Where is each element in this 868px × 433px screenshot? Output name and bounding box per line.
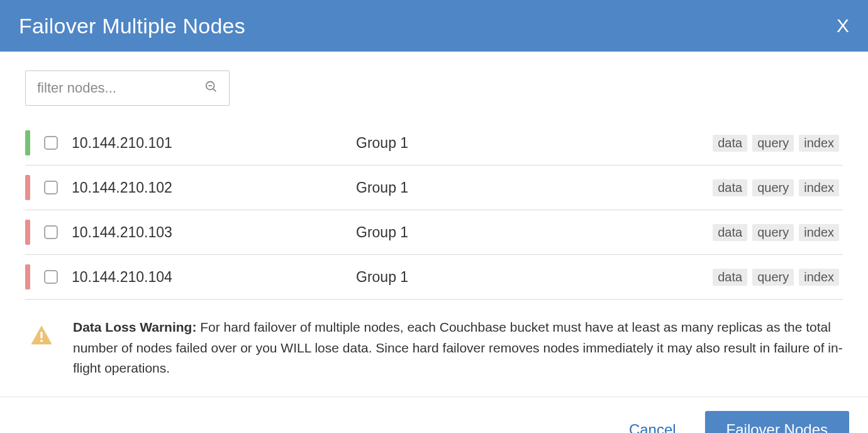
failover-dialog: Failover Multiple Nodes X 10.144.210.101…: [0, 0, 868, 433]
svg-rect-3: [40, 332, 42, 338]
service-tag: data: [713, 179, 747, 196]
node-select-checkbox[interactable]: [44, 181, 58, 194]
failover-nodes-button[interactable]: Failover Nodes: [705, 411, 849, 433]
node-group: Group 1: [356, 135, 699, 152]
dialog-title: Failover Multiple Nodes: [19, 14, 245, 38]
service-tag: index: [799, 224, 839, 241]
node-services: dataqueryindex: [713, 224, 839, 241]
dialog-footer: Cancel Failover Nodes: [0, 396, 868, 433]
node-status-indicator: [25, 175, 30, 200]
filter-nodes-input[interactable]: [25, 70, 230, 106]
node-name: 10.144.210.103: [72, 224, 342, 241]
dialog-header: Failover Multiple Nodes X: [0, 0, 868, 52]
node-services: dataqueryindex: [713, 179, 839, 196]
node-status-indicator: [25, 130, 30, 155]
node-name: 10.144.210.104: [72, 269, 342, 286]
search-icon: [204, 80, 218, 96]
node-status-indicator: [25, 220, 30, 245]
svg-line-1: [213, 89, 216, 92]
data-loss-warning: Data Loss Warning: For hard failover of …: [25, 300, 843, 384]
service-tag: data: [713, 135, 747, 152]
node-list: 10.144.210.101Group 1dataqueryindex10.14…: [25, 121, 843, 300]
warning-heading: Data Loss Warning:: [73, 320, 196, 334]
node-name: 10.144.210.101: [72, 135, 342, 152]
service-tag: query: [752, 224, 794, 241]
service-tag: query: [752, 269, 794, 286]
node-services: dataqueryindex: [713, 269, 839, 286]
service-tag: query: [752, 179, 794, 196]
service-tag: index: [799, 179, 839, 196]
service-tag: query: [752, 135, 794, 152]
node-row: 10.144.210.101Group 1dataqueryindex: [25, 121, 843, 166]
service-tag: index: [799, 269, 839, 286]
dialog-body: 10.144.210.101Group 1dataqueryindex10.14…: [0, 52, 868, 396]
node-select-checkbox[interactable]: [44, 225, 58, 239]
node-status-indicator: [25, 264, 30, 290]
node-group: Group 1: [356, 179, 699, 196]
node-row: 10.144.210.102Group 1dataqueryindex: [25, 166, 843, 210]
warning-text: Data Loss Warning: For hard failover of …: [73, 317, 843, 379]
warning-icon: [29, 323, 54, 351]
node-select-checkbox[interactable]: [44, 270, 58, 284]
service-tag: data: [713, 224, 747, 241]
service-tag: data: [713, 269, 747, 286]
node-row: 10.144.210.103Group 1dataqueryindex: [25, 210, 843, 255]
node-row: 10.144.210.104Group 1dataqueryindex: [25, 255, 843, 300]
node-select-checkbox[interactable]: [44, 136, 58, 150]
node-group: Group 1: [356, 224, 699, 241]
close-button[interactable]: X: [837, 16, 849, 35]
filter-field-wrap: [25, 70, 230, 106]
svg-rect-4: [40, 340, 42, 342]
node-services: dataqueryindex: [713, 135, 839, 152]
node-group: Group 1: [356, 269, 699, 286]
service-tag: index: [799, 135, 839, 152]
node-name: 10.144.210.102: [72, 179, 342, 196]
cancel-button[interactable]: Cancel: [625, 420, 680, 433]
